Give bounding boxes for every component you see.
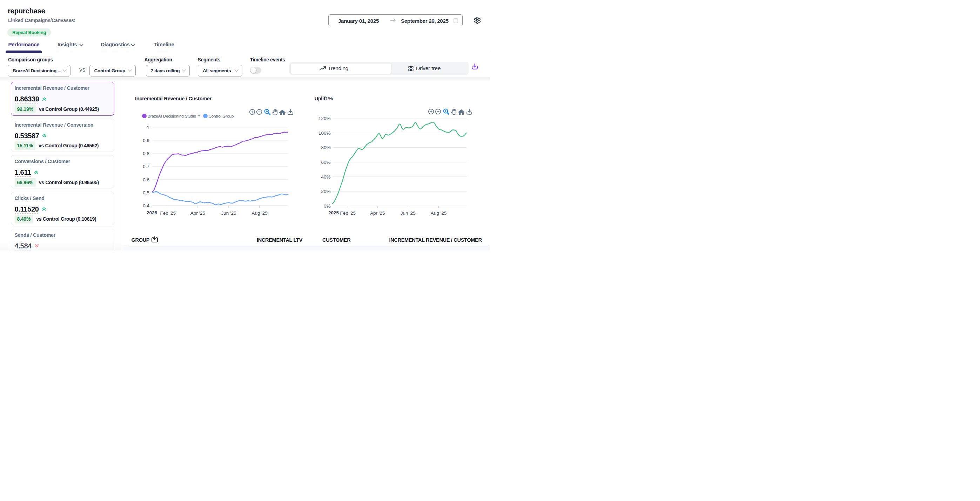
- svg-text:Apr '25: Apr '25: [370, 210, 385, 216]
- svg-text:0.9: 0.9: [143, 138, 150, 143]
- svg-text:2025: 2025: [146, 210, 158, 215]
- svg-text:Apr '25: Apr '25: [191, 210, 205, 216]
- svg-text:0.6: 0.6: [143, 177, 150, 183]
- svg-text:80%: 80%: [321, 145, 331, 150]
- svg-text:60%: 60%: [321, 160, 331, 165]
- svg-text:Feb '25: Feb '25: [340, 210, 356, 216]
- svg-text:120%: 120%: [318, 116, 331, 121]
- svg-text:0.5: 0.5: [143, 190, 150, 196]
- svg-text:20%: 20%: [321, 189, 331, 194]
- svg-text:Jun '25: Jun '25: [401, 210, 416, 216]
- svg-text:1: 1: [146, 125, 150, 130]
- svg-text:0.7: 0.7: [143, 164, 150, 169]
- svg-text:2025: 2025: [328, 210, 339, 215]
- svg-text:0%: 0%: [324, 204, 331, 209]
- svg-text:Aug '25: Aug '25: [251, 210, 267, 216]
- svg-text:40%: 40%: [321, 174, 331, 180]
- svg-text:100%: 100%: [318, 130, 331, 136]
- svg-text:0.4: 0.4: [143, 203, 150, 208]
- svg-text:Aug '25: Aug '25: [431, 210, 447, 216]
- svg-text:Feb '25: Feb '25: [160, 210, 176, 216]
- svg-text:Jun '25: Jun '25: [221, 210, 236, 216]
- svg-text:0.8: 0.8: [143, 151, 150, 156]
